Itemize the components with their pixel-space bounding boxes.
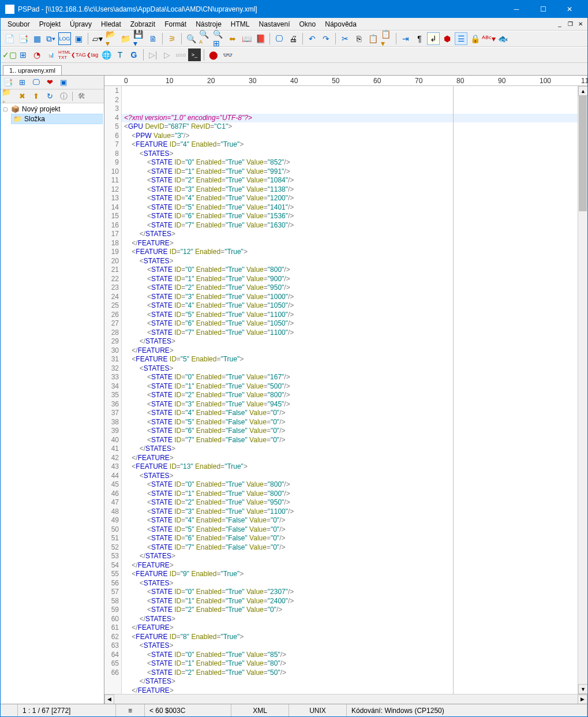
tree-icon[interactable]: ⊞ — [17, 48, 29, 61]
code-line[interactable]: <?xml version="1.0" encoding="UTF-8"?> — [122, 114, 587, 123]
scroll-down-icon[interactable]: ▼ — [578, 684, 587, 694]
code-line[interactable]: <STATE ID="6" Enabled="True" Value="1536… — [124, 212, 587, 221]
undo-icon[interactable]: ↶ — [306, 32, 319, 45]
code-line[interactable]: <STATE ID="0" Enabled="True" Value="167"… — [124, 373, 587, 382]
code-line[interactable]: <STATE ID="2" Enabled="True" Value="1084… — [124, 176, 587, 185]
code-line[interactable]: <STATE ID="1" Enabled="True" Value="500"… — [124, 382, 587, 391]
scroll-thumb[interactable] — [579, 96, 587, 211]
menu-nastavení[interactable]: Nastavení — [254, 19, 295, 29]
tree-folder[interactable]: 📁 Složka — [11, 114, 103, 124]
lock-icon[interactable]: 🔒 — [469, 32, 481, 45]
copy-icon[interactable]: 📑 — [17, 32, 29, 45]
hex-icon[interactable]: ⬢ — [441, 32, 454, 45]
code-line[interactable]: <STATE ID="0" Enabled="True" Value="800"… — [124, 480, 587, 490]
code-line[interactable]: <STATE ID="6" Enabled="False" Value="0"/… — [124, 534, 587, 543]
search-icon[interactable]: 🔍 — [185, 32, 197, 45]
code-line[interactable]: <FEATURE ID="12" Enabled="True"> — [124, 248, 587, 257]
scroll-left-icon[interactable]: ◀ — [104, 694, 114, 704]
mdi-restore[interactable]: ❐ — [565, 20, 575, 29]
pilcrow-icon[interactable]: ¶ — [413, 32, 426, 45]
google-icon[interactable]: G — [128, 48, 140, 61]
save-all-icon[interactable]: 🗎 — [147, 32, 159, 45]
status-indent-icon[interactable]: ≡ — [116, 704, 145, 716]
spell-icon[interactable]: ᴬᴮᶜ▾ — [482, 32, 495, 45]
panel-windows-icon[interactable]: ▣ — [57, 76, 70, 89]
wrap-icon[interactable]: ↲ — [427, 32, 440, 45]
log-icon[interactable]: LOG — [58, 32, 71, 45]
code-line[interactable]: <FEATURE ID="9" Enabled="True"> — [124, 570, 587, 579]
book2-icon[interactable]: 📕 — [254, 32, 267, 45]
menu-html[interactable]: HTML — [226, 19, 254, 29]
code-line[interactable]: <STATE ID="3" Enabled="True" Value="1138… — [124, 185, 587, 195]
code-line[interactable]: <STATE ID="5" Enabled="False" Value="0"/… — [124, 418, 587, 427]
code-line[interactable]: <STATES> — [124, 257, 587, 266]
code-line[interactable]: <STATE ID="2" Enabled="True" Value="950"… — [124, 498, 587, 507]
code-line[interactable]: <STATE ID="2" Enabled="True" Value="50"/… — [124, 669, 587, 678]
code-area[interactable]: 1234567891011121314151617181920212223242… — [104, 86, 587, 694]
code-line[interactable]: </FEATURE> — [124, 561, 587, 570]
proj-up-icon[interactable]: ⬆ — [29, 90, 42, 103]
vertical-scrollbar[interactable]: ▲ ▼ — [578, 86, 587, 694]
stats-icon[interactable]: 📊 — [44, 48, 57, 61]
open-icon[interactable]: 📂▾ — [105, 32, 118, 45]
tile-icon[interactable]: ▦ — [31, 32, 43, 45]
panel-project-icon[interactable]: ⊞ — [16, 76, 28, 89]
file-tab[interactable]: 1.. upraveny.xml — [3, 65, 62, 75]
panel-files-icon[interactable]: 📑 — [2, 76, 14, 89]
menu-projekt[interactable]: Projekt — [35, 19, 65, 29]
code-line[interactable]: <STATE ID="5" Enabled="False" Value="0"/… — [124, 525, 587, 535]
save-icon[interactable]: 💾▾ — [133, 32, 145, 45]
code-line[interactable]: </STATES> — [124, 445, 587, 454]
code-line[interactable]: <STATE ID="7" Enabled="False" Value="0"/… — [124, 436, 587, 445]
code-line[interactable]: <STATE ID="2" Enabled="True" Value="800"… — [124, 391, 587, 400]
code-line[interactable]: <STATE ID="6" Enabled="True" Value="1050… — [124, 319, 587, 328]
preview-icon[interactable]: 🖵 — [273, 32, 286, 45]
print-icon[interactable]: 🖨 — [287, 32, 299, 45]
maximize-button[interactable]: ☐ — [530, 1, 556, 18]
minimize-button[interactable]: ─ — [503, 1, 530, 18]
cut-icon[interactable]: ✂ — [339, 32, 351, 45]
code-line[interactable]: <STATES> — [124, 364, 587, 374]
status-eol[interactable]: UNIX — [289, 704, 347, 716]
code-line[interactable]: <STATE ID="7" Enabled="True" Value="1100… — [124, 328, 587, 338]
panel-ftp-icon[interactable]: 🖵 — [29, 76, 42, 89]
code-line[interactable]: <STATES> — [124, 150, 587, 159]
code-line[interactable]: <STATE ID="1" Enabled="True" Value="80"/… — [124, 659, 587, 669]
code-line[interactable]: </STATES> — [124, 230, 587, 239]
tag-close-icon[interactable]: ❮tag — [86, 48, 99, 61]
code-line[interactable]: </FEATURE> — [124, 346, 587, 356]
menu-úpravy[interactable]: Úpravy — [65, 19, 96, 29]
code-line[interactable]: </FEATURE> — [124, 623, 587, 633]
tree-project-root[interactable]: ▢ 📦 Nový projekt — [2, 104, 103, 114]
code-line[interactable]: <STATES> — [124, 579, 587, 588]
code-line[interactable]: <STATE ID="3" Enabled="True" Value="1000… — [124, 293, 587, 302]
play-start-icon[interactable]: ▷| — [147, 48, 159, 61]
validate-icon[interactable]: ✓▢ — [3, 48, 16, 61]
code-line[interactable]: </STATES> — [124, 552, 587, 561]
branch-icon[interactable]: ⚞ — [166, 32, 178, 45]
status-encoding[interactable]: Kódování: Windows (CP1250) — [347, 704, 587, 716]
tag-open-icon[interactable]: ❮TAG — [72, 48, 85, 61]
play-icon[interactable]: ▷ — [160, 48, 173, 61]
menu-nápověda[interactable]: Nápověda — [320, 19, 361, 29]
indent-icon[interactable]: ⇥ — [399, 32, 412, 45]
code-line[interactable]: <PPW Value="3"/> — [124, 132, 587, 141]
menu-hledat[interactable]: Hledat — [96, 19, 126, 29]
code-line[interactable]: </STATES> — [124, 337, 587, 346]
code-line[interactable]: <STATE ID="0" Enabled="True" Value="2307… — [124, 588, 587, 597]
list-icon[interactable]: ☰ — [455, 32, 467, 45]
goto-icon[interactable]: ⬌ — [226, 32, 239, 45]
code-line[interactable]: <FEATURE ID="4" Enabled="True"> — [124, 140, 587, 150]
new-file-icon[interactable]: 📄 — [3, 32, 16, 45]
code-line[interactable]: </FEATURE> — [124, 454, 587, 463]
book-icon[interactable]: 📖 — [240, 32, 253, 45]
proj-settings-icon[interactable]: 🛠 — [75, 90, 88, 103]
code-line[interactable]: <STATE ID="3" Enabled="True" Value="945"… — [124, 400, 587, 409]
code-line[interactable]: <STATE ID="1" Enabled="True" Value="991"… — [124, 167, 587, 177]
code-icon[interactable]: 1010 — [174, 48, 187, 61]
code-line[interactable]: <STATE ID="1" Enabled="True" Value="2400… — [124, 597, 587, 606]
menu-nástroje[interactable]: Nástroje — [191, 19, 226, 29]
proj-remove-icon[interactable]: ✖ — [16, 90, 28, 103]
code-line[interactable]: <STATE ID="7" Enabled="True" Value="1630… — [124, 221, 587, 230]
horizontal-scrollbar[interactable]: ◀ ▶ — [104, 694, 587, 704]
